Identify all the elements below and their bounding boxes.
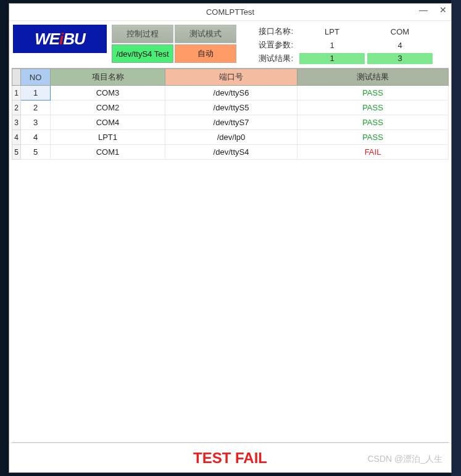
- cell-name[interactable]: COM2: [51, 101, 165, 115]
- col-port-header[interactable]: 端口号: [165, 69, 297, 86]
- background-terminal-edge: [451, 0, 461, 476]
- param-lpt-value: 1: [298, 41, 366, 50]
- table-row[interactable]: 33COM4/dev/ttyS7PASS: [12, 115, 449, 130]
- logo: WEiBU: [13, 25, 107, 53]
- cell-result[interactable]: FAIL: [297, 145, 449, 160]
- watermark: CSDN @漂泊_人生: [367, 454, 442, 465]
- table-row[interactable]: 44LPT1/dev/lp0PASS: [12, 130, 449, 145]
- auto-button[interactable]: 自动: [175, 44, 236, 63]
- col-no-header[interactable]: NO: [21, 69, 51, 86]
- logo-post: BU: [63, 30, 85, 49]
- result-label: 测试结果:: [244, 53, 298, 64]
- cell-result[interactable]: PASS: [297, 86, 449, 101]
- dev-test-button[interactable]: /dev/ttyS4 Test: [112, 44, 173, 63]
- param-com-value: 4: [366, 41, 434, 50]
- cell-port[interactable]: /dev/ttyS4: [165, 145, 297, 160]
- col-result-header[interactable]: 测试结果: [297, 69, 449, 86]
- result-com-value: 3: [367, 53, 433, 64]
- result-lpt-value: 1: [299, 53, 365, 64]
- row-index[interactable]: 2: [12, 101, 21, 115]
- cell-port[interactable]: /dev/ttyS6: [165, 86, 297, 101]
- cell-no[interactable]: 1: [21, 86, 51, 101]
- row-index[interactable]: 3: [12, 115, 21, 130]
- cell-port[interactable]: /dev/ttyS7: [165, 115, 297, 130]
- cell-no[interactable]: 5: [21, 145, 51, 160]
- close-icon[interactable]: ✕: [438, 5, 449, 15]
- app-window: COMLPTTest — ✕ WEiBU 控制过程 测试模式 /dev/ttyS…: [9, 3, 452, 473]
- test-fail-label: TEST FAIL: [193, 449, 267, 467]
- top-panel: WEiBU 控制过程 测试模式 /dev/ttyS4 Test 自动 接口名称:…: [9, 21, 451, 68]
- cell-result[interactable]: PASS: [297, 130, 449, 145]
- titlebar[interactable]: COMLPTTest — ✕: [9, 4, 451, 21]
- cell-name[interactable]: LPT1: [51, 130, 165, 145]
- cell-name[interactable]: COM4: [51, 115, 165, 130]
- table-row[interactable]: 22COM2/dev/ttyS5PASS: [12, 101, 449, 115]
- results-table[interactable]: NO 项目名称 端口号 测试结果 11COM3/dev/ttyS6PASS22C…: [12, 68, 449, 160]
- cell-name[interactable]: COM3: [51, 86, 165, 101]
- cell-no[interactable]: 4: [21, 130, 51, 145]
- table-corner: [12, 69, 21, 86]
- cell-result[interactable]: PASS: [297, 115, 449, 130]
- cell-no[interactable]: 2: [21, 101, 51, 115]
- window-title: COMLPTTest: [206, 7, 254, 17]
- row-index[interactable]: 1: [12, 86, 21, 101]
- cell-port[interactable]: /dev/lp0: [165, 130, 297, 145]
- cell-port[interactable]: /dev/ttyS5: [165, 101, 297, 115]
- col-com-header: COM: [366, 27, 434, 36]
- control-process-button[interactable]: 控制过程: [112, 25, 173, 43]
- cell-no[interactable]: 3: [21, 115, 51, 130]
- interface-name-label: 接口名称:: [244, 26, 298, 37]
- param-label: 设置参数:: [244, 39, 298, 51]
- table-row[interactable]: 55COM1/dev/ttyS4FAIL: [12, 145, 449, 160]
- row-index[interactable]: 5: [12, 145, 21, 160]
- table-row[interactable]: 11COM3/dev/ttyS6PASS: [12, 86, 449, 101]
- cell-result[interactable]: PASS: [297, 101, 449, 115]
- logo-pre: WE: [35, 30, 59, 49]
- col-name-header[interactable]: 项目名称: [51, 69, 165, 86]
- minimize-icon[interactable]: —: [418, 5, 429, 15]
- info-panel: 接口名称: LPT COM 设置参数: 1 4 测试结果: 1 3: [244, 25, 446, 65]
- col-lpt-header: LPT: [298, 27, 366, 36]
- test-mode-button[interactable]: 测试模式: [175, 25, 236, 43]
- row-index[interactable]: 4: [12, 130, 21, 145]
- cell-name[interactable]: COM1: [51, 145, 165, 160]
